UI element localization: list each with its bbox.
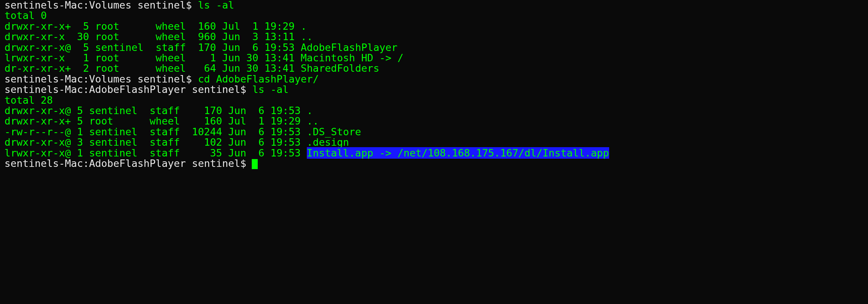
- ls-date: Jun 6 19:53: [222, 136, 300, 148]
- prompt-host: sentinels-Mac: [4, 73, 83, 85]
- ls-size: 160: [186, 20, 216, 32]
- prompt-sep: :: [83, 73, 89, 85]
- ls-perm: lrwxr-xr-x: [4, 52, 71, 64]
- ls-perm: dr-xr-xr-x+: [4, 62, 71, 74]
- ls-total-text: total 28: [4, 94, 53, 106]
- prompt-user: sentinel: [138, 0, 186, 11]
- prompt-symbol: $: [240, 158, 253, 169]
- ls-links: 1: [71, 147, 83, 159]
- ls-perm: drwxr-xr-x@: [4, 42, 71, 53]
- ls-links: 30: [71, 31, 89, 42]
- ls-name: ..: [301, 31, 313, 42]
- prompt-path: AdobeFlashPlayer: [89, 84, 186, 95]
- ls-perm: lrwxr-xr-x@: [4, 147, 71, 159]
- ls-links: 2: [71, 62, 89, 74]
- ls-name: ..: [307, 115, 319, 127]
- prompt-user: sentinel: [138, 73, 186, 85]
- prompt-line: sentinels-Mac:Volumes sentinel$ cd Adobe…: [4, 74, 865, 84]
- ls-owner: root: [83, 115, 137, 127]
- ls-date: Jun 6 19:53: [222, 126, 300, 138]
- ls-size: 102: [180, 136, 222, 148]
- ls-size: 10244: [180, 126, 222, 138]
- ls-name: SharedFolders: [301, 62, 379, 74]
- ls-links: 5: [71, 20, 89, 32]
- ls-date: Jun 3 13:11: [216, 31, 295, 42]
- ls-date: Jul 1 19:29: [216, 20, 295, 32]
- ls-links: 5: [71, 105, 83, 116]
- ls-group: wheel: [144, 31, 186, 42]
- ls-size: 170: [186, 42, 216, 53]
- ls-owner: root: [89, 31, 144, 42]
- prompt-path: Volumes: [89, 0, 132, 11]
- ls-name: .design: [307, 136, 349, 148]
- ls-group: staff: [138, 105, 180, 116]
- ls-row: -rw-r--r--@ 1 sentinel staff 10244 Jun 6…: [4, 127, 865, 137]
- ls-date: Jun 30 13:41: [216, 52, 295, 64]
- prompt-host: sentinels-Mac: [4, 158, 83, 169]
- prompt-line: sentinels-Mac:AdobeFlashPlayer sentinel$: [4, 158, 865, 169]
- prompt-sep: :: [83, 84, 89, 95]
- ls-owner: root: [89, 20, 144, 32]
- ls-group: wheel: [144, 52, 186, 64]
- ls-name: .: [307, 105, 313, 116]
- ls-group: staff: [138, 147, 180, 159]
- ls-total: total 28: [4, 95, 865, 106]
- ls-perm: drwxr-xr-x: [4, 31, 71, 42]
- terminal-window[interactable]: sentinels-Mac:Volumes sentinel$ ls -alto…: [0, 0, 868, 169]
- ls-links: 5: [71, 42, 89, 53]
- ls-perm: drwxr-xr-x+: [4, 115, 71, 127]
- ls-row: drwxr-xr-x+ 5 root wheel 160 Jul 1 19:29…: [4, 116, 865, 126]
- ls-row: drwxr-xr-x 30 root wheel 960 Jun 3 13:11…: [4, 32, 865, 42]
- command-text[interactable]: ls -al: [253, 84, 289, 95]
- ls-size: 64: [186, 62, 216, 74]
- ls-row: drwxr-xr-x+ 5 root wheel 160 Jul 1 19:29…: [4, 21, 865, 32]
- ls-date: Jun 6 19:53: [216, 42, 295, 53]
- ls-row: lrwxr-xr-x 1 root wheel 1 Jun 30 13:41 M…: [4, 53, 865, 63]
- ls-date: Jul 1 19:29: [222, 115, 300, 127]
- ls-owner: root: [89, 62, 144, 74]
- ls-owner: sentinel: [83, 126, 137, 138]
- ls-links: 3: [71, 136, 83, 148]
- ls-name: .: [301, 20, 307, 32]
- ls-owner: root: [89, 52, 144, 64]
- ls-row: lrwxr-xr-x@ 1 sentinel staff 35 Jun 6 19…: [4, 148, 865, 158]
- ls-total: total 0: [4, 10, 865, 21]
- ls-date: Jun 6 19:53: [222, 105, 300, 116]
- prompt-sep: :: [83, 0, 89, 11]
- ls-size: 1: [186, 52, 216, 64]
- command-text[interactable]: ls -al: [198, 0, 234, 11]
- ls-date: Jun 6 19:53: [222, 147, 300, 159]
- command-text[interactable]: cd AdobeFlashPlayer/: [198, 73, 319, 85]
- prompt-path: AdobeFlashPlayer: [89, 158, 186, 169]
- cursor: [252, 159, 258, 169]
- prompt-line: sentinels-Mac:AdobeFlashPlayer sentinel$…: [4, 84, 865, 95]
- ls-perm: drwxr-xr-x+: [4, 20, 71, 32]
- ls-size: 170: [180, 105, 222, 116]
- prompt-host: sentinels-Mac: [4, 0, 83, 11]
- prompt-symbol: $: [186, 73, 198, 85]
- prompt-sep: :: [83, 158, 89, 169]
- ls-group: wheel: [144, 62, 186, 74]
- prompt-user: sentinel: [192, 84, 240, 95]
- ls-links: 1: [71, 52, 89, 64]
- ls-name: Macintosh HD -> /: [301, 52, 404, 64]
- ls-owner: sentinel: [83, 105, 137, 116]
- prompt-path: Volumes: [89, 73, 132, 85]
- ls-links: 1: [71, 126, 83, 138]
- ls-group: wheel: [144, 20, 186, 32]
- ls-row: dr-xr-xr-x+ 2 root wheel 64 Jun 30 13:41…: [4, 63, 865, 74]
- ls-group: staff: [138, 126, 180, 138]
- ls-group: staff: [144, 42, 186, 53]
- ls-group: staff: [138, 136, 180, 148]
- ls-group: wheel: [138, 115, 180, 127]
- ls-size: 35: [180, 147, 222, 159]
- ls-perm: -rw-r--r--@: [4, 126, 71, 138]
- ls-date: Jun 30 13:41: [216, 62, 295, 74]
- ls-row: drwxr-xr-x@ 5 sentinel staff 170 Jun 6 1…: [4, 42, 865, 53]
- ls-name: .DS_Store: [307, 126, 361, 138]
- ls-perm: drwxr-xr-x@: [4, 136, 71, 148]
- ls-owner: sentinel: [89, 42, 144, 53]
- ls-owner: sentinel: [83, 136, 137, 148]
- ls-name: AdobeFlashPlayer: [301, 42, 398, 53]
- prompt-host: sentinels-Mac: [4, 84, 83, 95]
